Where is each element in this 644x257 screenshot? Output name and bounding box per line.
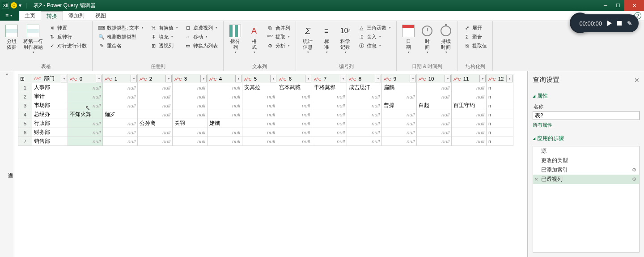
cell[interactable]: null [138, 101, 173, 110]
time-button[interactable]: 时 间 [418, 23, 436, 55]
step-item[interactable]: ✕已透视列⚙ [533, 175, 639, 184]
filter-button[interactable]: ▾ [410, 75, 416, 82]
cell[interactable]: n [487, 101, 513, 110]
cell[interactable]: null [347, 128, 382, 137]
cell[interactable]: null [347, 137, 382, 146]
step-item[interactable]: 更改的类型 [533, 156, 639, 165]
format-button[interactable]: 格 式 [245, 23, 263, 55]
cell[interactable]: null [173, 83, 208, 92]
fill-button[interactable]: ↧填充 [148, 33, 180, 41]
cell[interactable]: null [417, 92, 452, 101]
column-header[interactable]: AᴮC 部门▾ [32, 74, 68, 83]
filter-button[interactable]: ▾ [61, 75, 67, 82]
all-properties-link[interactable]: 所有属性 [533, 122, 640, 128]
cell[interactable]: null [452, 128, 487, 137]
column-header[interactable]: AᴮC 5▾ [242, 74, 277, 83]
column-header[interactable]: AᴮC 9▾ [382, 74, 417, 83]
table-row[interactable]: 3市场部nullnullnullnullnullnullnullnullnull… [18, 101, 513, 110]
table-row[interactable]: 1人事部nullnullnullnullnull安其拉宫本武藏干将莫邪成吉思汗扁… [18, 83, 513, 92]
cell[interactable]: null [68, 128, 103, 137]
properties-header[interactable]: 属性 [533, 92, 640, 100]
cell[interactable]: 嫦娥 [208, 119, 242, 128]
column-header[interactable]: AᴮC 12▾ [487, 74, 513, 83]
cell[interactable]: null [242, 128, 277, 137]
cell[interactable]: null [208, 128, 242, 137]
parse-button[interactable]: ⚙分析 [265, 42, 292, 50]
qat-dropdown[interactable]: ▾ [19, 2, 21, 9]
table-row[interactable]: 2审计nullnullnullnullnullnullnullnullnulln… [18, 92, 513, 101]
cell[interactable]: null [103, 137, 138, 146]
recorder-edit-button[interactable] [627, 20, 632, 27]
cell[interactable]: null [208, 83, 242, 92]
merge-columns-button[interactable]: ⧉合并列 [265, 24, 292, 32]
column-header[interactable]: AᴮC 8▾ [347, 74, 382, 83]
detect-type-button[interactable]: 🔍检测数据类型 [96, 33, 145, 41]
cell[interactable]: null [138, 110, 173, 119]
cell[interactable]: n [487, 137, 513, 146]
extract-text-button[interactable]: ᴬᴮᶜ提取 [265, 33, 292, 41]
cell[interactable]: null [417, 83, 452, 92]
cell[interactable]: n [487, 83, 513, 92]
delete-step-icon[interactable]: ✕ [534, 177, 538, 182]
filter-button[interactable]: ▾ [506, 75, 513, 82]
tab-transform[interactable]: 转换 [41, 11, 63, 21]
column-header[interactable]: AᴮC 1▾ [103, 74, 138, 83]
rounding-button[interactable]: .0舍入 [356, 33, 393, 41]
reverse-rows-button[interactable]: ⇅反转行 [47, 33, 89, 41]
column-header[interactable]: AᴮC 10▾ [417, 74, 452, 83]
close-button[interactable]: ✕ [624, 0, 644, 11]
query-name-input[interactable] [533, 111, 640, 120]
cell[interactable]: null [208, 101, 242, 110]
pivot-button[interactable]: ⊞透视列 [148, 42, 180, 50]
cell[interactable]: null [382, 137, 417, 146]
cell[interactable]: null [417, 128, 452, 137]
split-column-button[interactable]: 拆分 列 [226, 23, 244, 55]
group-by-button[interactable]: 分组 依据 [3, 23, 21, 51]
cell[interactable]: null [277, 92, 312, 101]
cell[interactable]: null [208, 110, 242, 119]
step-gear-icon[interactable]: ⚙ [632, 167, 636, 173]
cell[interactable]: null [452, 110, 487, 119]
filter-button[interactable]: ▾ [445, 75, 451, 82]
cell[interactable]: null [138, 128, 173, 137]
cell[interactable]: n [487, 110, 513, 119]
cell[interactable]: null [103, 128, 138, 137]
step-gear-icon[interactable]: ⚙ [632, 176, 636, 182]
table-row[interactable]: 6财务部nullnullnullnullnullnullnullnullnull… [18, 128, 513, 137]
cell[interactable]: 总经办 [32, 110, 68, 119]
cell[interactable]: null [452, 137, 487, 146]
cell[interactable]: null [173, 101, 208, 110]
cell[interactable]: null [173, 137, 208, 146]
cell[interactable]: 审计 [32, 92, 68, 101]
rename-button[interactable]: ✎重命名 [96, 42, 145, 50]
cell[interactable]: null [242, 119, 277, 128]
cell[interactable]: null [173, 92, 208, 101]
cell[interactable]: null [452, 83, 487, 92]
cell[interactable]: null [417, 137, 452, 146]
cell[interactable]: null [277, 137, 312, 146]
column-header[interactable]: AᴮC 3▾ [173, 74, 208, 83]
cell[interactable]: null [382, 119, 417, 128]
cell[interactable]: null [347, 119, 382, 128]
cell[interactable]: 公孙离 [138, 119, 173, 128]
column-header[interactable]: AᴮC 0▾ [68, 74, 103, 83]
cell[interactable]: null [312, 92, 347, 101]
cell[interactable]: null [208, 137, 242, 146]
queries-toggle-icon[interactable]: > [4, 73, 9, 76]
filter-button[interactable]: ▾ [340, 75, 346, 82]
expand-button[interactable]: ⤢展开 [462, 24, 489, 32]
filter-button[interactable]: ▾ [375, 75, 381, 82]
cell[interactable]: null [173, 110, 208, 119]
cell[interactable]: 财务部 [32, 128, 68, 137]
cell[interactable]: null [242, 92, 277, 101]
cell[interactable]: null [68, 92, 103, 101]
minimize-button[interactable]: ─ [599, 0, 612, 11]
cell[interactable]: null [208, 92, 242, 101]
statistics-button[interactable]: 统计 信息 [299, 23, 317, 55]
cell[interactable]: null [68, 137, 103, 146]
cell[interactable]: null [382, 92, 417, 101]
scientific-button[interactable]: 科学 记数 [336, 23, 354, 55]
filter-button[interactable]: ▾ [96, 75, 102, 82]
cell[interactable]: 白起 [417, 101, 452, 110]
recorder-play-button[interactable] [607, 21, 612, 26]
